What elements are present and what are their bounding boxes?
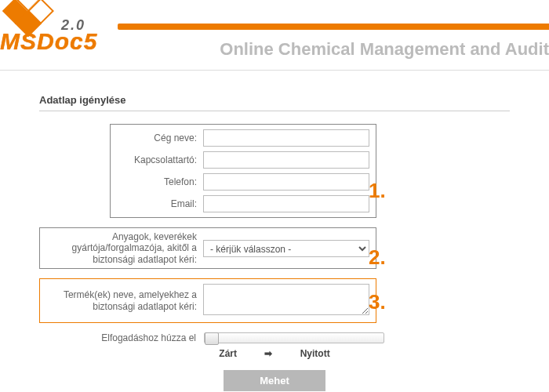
submit-row: Mehet — [39, 370, 510, 391]
step-3-marker: 3. — [369, 290, 386, 314]
slider-state-row: Zárt ➡ Nyitott — [39, 348, 510, 359]
slider-closed-label: Zárt — [219, 348, 237, 359]
logo-name: MSDoc5 — [0, 28, 97, 54]
email-input[interactable] — [203, 195, 369, 212]
logo: MSDoc5 — [0, 28, 97, 55]
step-1-marker: 1. — [369, 179, 386, 203]
header-bar — [118, 24, 549, 30]
accept-slider[interactable] — [204, 332, 384, 343]
manufacturer-select[interactable]: - kérjük válasszon - — [203, 240, 369, 257]
contact-input[interactable] — [203, 151, 369, 169]
content: Adatlap igénylése 1. 2. 3. Cég neve: Kap… — [0, 71, 549, 391]
phone-input[interactable] — [203, 173, 369, 191]
section-contact: Cég neve: Kapcsolattartó: Telefon: Email… — [110, 124, 376, 218]
phone-label: Telefon: — [117, 176, 203, 187]
slider-label: Elfogadáshoz húzza el — [39, 332, 204, 343]
request-form: 1. 2. 3. Cég neve: Kapcsolattartó: Telef… — [39, 124, 510, 391]
company-label: Cég neve: — [117, 132, 203, 143]
contact-label: Kapcsolattartó: — [117, 154, 203, 165]
page-title: Adatlap igénylése — [39, 94, 510, 106]
slider-open-label: Nyitott — [300, 348, 330, 359]
section-products: Termék(ek) neve, amelyekhez a biztonsági… — [39, 278, 376, 323]
submit-button[interactable]: Mehet — [224, 370, 325, 391]
tagline: Online Chemical Management and Audit — [220, 39, 549, 60]
step-2-marker: 2. — [369, 245, 386, 270]
company-input[interactable] — [203, 129, 369, 147]
arrow-right-icon: ➡ — [264, 348, 272, 359]
products-textarea[interactable] — [203, 284, 369, 315]
products-label: Termék(ek) neve, amelyekhez a biztonsági… — [46, 289, 203, 312]
slider-thumb[interactable] — [205, 332, 219, 345]
section-manufacturer: Anyagok, keverékek gyártója/forgalmazója… — [39, 227, 376, 269]
manufacturer-label: Anyagok, keverékek gyártója/forgalmazója… — [46, 231, 203, 265]
email-label: Email: — [117, 198, 203, 209]
header: 2.0 MSDoc5 Online Chemical Management an… — [0, 0, 549, 71]
accept-slider-row: Elfogadáshoz húzza el — [39, 332, 510, 343]
title-rule — [39, 111, 510, 111]
